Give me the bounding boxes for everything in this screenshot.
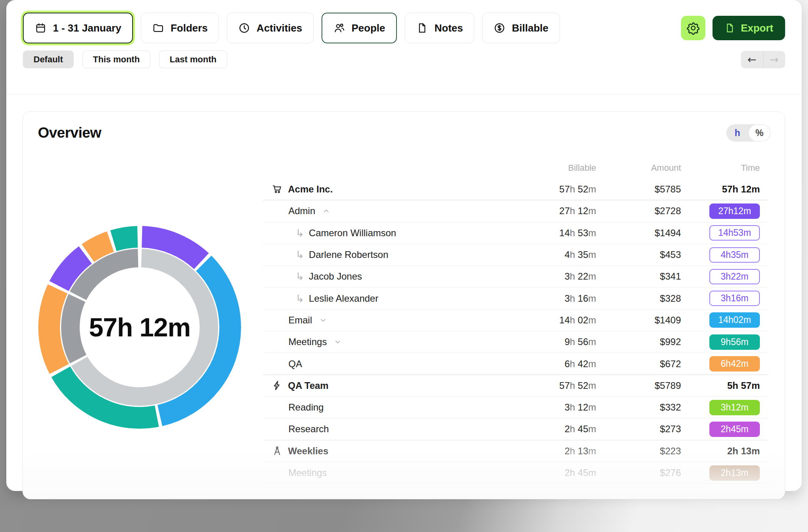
sub-item-arrow-icon: ↳ (296, 271, 304, 282)
pager-forward-button[interactable]: → (763, 51, 786, 68)
table-row[interactable]: QA Team 57h 52m $5789 5h 57m (263, 375, 769, 396)
chevron-up-icon[interactable] (322, 207, 330, 215)
note-icon (416, 22, 428, 34)
export-doc-icon (724, 22, 735, 34)
row-amount: $341 (596, 271, 681, 282)
filter-button-1-31-january[interactable]: 1 - 31 January (23, 13, 133, 43)
preset-chip-this-month[interactable]: This month (82, 50, 151, 68)
table-row[interactable]: Weeklies 2h 13m $223 2h 13m (263, 440, 769, 462)
time-badge: 3h 22m (709, 269, 760, 284)
table-row[interactable]: Research 2h 45m $273 2h 45m (263, 418, 769, 440)
row-amount: $273 (596, 424, 681, 435)
filter-button-folders[interactable]: Folders (141, 13, 219, 43)
row-time: 2h 13m (681, 465, 769, 481)
toggle-percent[interactable]: % (748, 124, 771, 142)
row-label: Weeklies (288, 446, 328, 457)
table-header-row: Billable Amount Time (263, 157, 769, 178)
folder-icon (152, 22, 164, 34)
preset-chip-default[interactable]: Default (23, 50, 74, 68)
table-row[interactable]: Reading 3h 12m $332 3h 12m (263, 396, 769, 418)
column-header-amount: Amount (596, 163, 681, 173)
app-window: 1 - 31 January Folders Activities People… (6, 0, 802, 491)
row-label: Meetings (288, 336, 327, 347)
row-label: QA (288, 358, 302, 370)
row-billable: 6h 42m (511, 358, 596, 370)
chevron-down-icon[interactable] (319, 316, 327, 324)
export-label: Export (741, 22, 773, 34)
column-header-billable: Billable (511, 163, 596, 173)
table-row[interactable]: Admin 27h 12m $2728 27h 12m (263, 200, 769, 222)
row-time: 27h 12m (681, 203, 769, 219)
row-time: 3h 16m (681, 291, 769, 306)
row-amount: $328 (596, 293, 681, 304)
row-time: 2h 13m (681, 446, 769, 457)
arrow-right-icon: → (770, 53, 779, 65)
unit-toggle: h % (726, 124, 771, 142)
calendar-icon (35, 22, 47, 34)
time-badge: 3h 12m (709, 400, 760, 415)
row-time: 14h 53m (681, 225, 769, 241)
row-billable: 27h 12m (511, 205, 596, 217)
table-row[interactable]: ↳ Darlene Robertson 4h 35m $453 4h 35m (263, 244, 769, 265)
row-label: Reading (288, 402, 324, 413)
time-badge: 2h 45m (709, 422, 760, 437)
overview-card: Overview h % 57h 12m Billable Amount Tim… (22, 111, 785, 499)
preset-chip-last-month[interactable]: Last month (159, 50, 227, 68)
row-label: Research (288, 424, 329, 435)
row-amount: $453 (596, 249, 681, 260)
row-time: 3h 12m (681, 400, 769, 415)
table-row[interactable]: ↳ Leslie Alexander 3h 16m $328 3h 16m (263, 287, 769, 309)
table-row[interactable]: Meetings 9h 56m $992 9h 56m (263, 331, 769, 353)
row-time: 3h 22m (681, 269, 769, 284)
row-billable: 2h 45m (511, 424, 596, 435)
gear-icon (686, 21, 700, 35)
page-body: Overview h % 57h 12m Billable Amount Tim… (6, 95, 802, 503)
time-badge: 3h 16m (709, 291, 760, 306)
table-row[interactable]: ↳ Jacob Jones 3h 22m $341 3h 22m (263, 265, 769, 287)
toolbar-actions: Export (681, 16, 785, 40)
row-amount: $223 (596, 446, 681, 457)
toggle-hours[interactable]: h (726, 124, 748, 142)
page-title: Overview (38, 125, 101, 141)
row-billable: 4h 35m (511, 249, 596, 260)
row-amount: $5785 (596, 184, 681, 195)
row-billable: 14h 02m (511, 315, 596, 326)
row-label: Darlene Robertson (309, 249, 388, 260)
row-amount: $2728 (596, 205, 681, 217)
table-row[interactable]: Acme Inc. 57h 52m $5785 57h 12m (263, 178, 769, 200)
settings-button[interactable] (681, 16, 705, 40)
bolt-icon (272, 380, 282, 391)
filter-button-notes[interactable]: Notes (405, 13, 474, 43)
row-label: Admin (288, 205, 315, 217)
table-row[interactable]: ↳ Cameron Williamson 14h 53m $1494 14h 5… (263, 222, 769, 244)
row-billable: 2h 45m (511, 467, 596, 478)
row-time: 9h 56m (681, 334, 769, 350)
chevron-down-icon[interactable] (334, 338, 342, 346)
row-label: Cameron Williamson (309, 228, 396, 239)
row-label: Email (288, 315, 312, 326)
row-billable: 57h 52m (511, 380, 596, 391)
arrow-left-icon: ← (747, 53, 756, 65)
dollar-icon (494, 22, 505, 34)
filter-button-people[interactable]: People (322, 13, 397, 43)
filter-toolbar: 1 - 31 January Folders Activities People… (23, 13, 785, 43)
table-row[interactable]: Meetings 2h 45m $276 2h 13m (263, 462, 769, 483)
row-label: Meetings (288, 467, 327, 478)
table-body: Acme Inc. 57h 52m $5785 57h 12m Admin 27… (263, 178, 769, 484)
row-label: Jacob Jones (309, 271, 362, 282)
row-amount: $332 (596, 402, 681, 413)
sub-item-arrow-icon: ↳ (296, 293, 304, 304)
header: 1 - 31 January Folders Activities People… (6, 13, 802, 95)
pager-back-button[interactable]: ← (741, 51, 763, 68)
table-row[interactable]: QA 6h 42m $672 6h 42m (263, 353, 769, 374)
export-button[interactable]: Export (713, 16, 785, 40)
row-time: 14h 02m (681, 312, 769, 328)
filter-button-activities[interactable]: Activities (227, 13, 314, 43)
table-row[interactable]: Email 14h 02m $1409 14h 02m (263, 309, 769, 331)
row-label: QA Team (288, 380, 329, 391)
column-header-time: Time (681, 163, 769, 173)
row-billable: 57h 52m (511, 184, 596, 195)
time-badge: 2h 13m (709, 465, 760, 481)
filter-button-billable[interactable]: Billable (482, 13, 559, 43)
row-time: 6h 42m (681, 356, 769, 371)
